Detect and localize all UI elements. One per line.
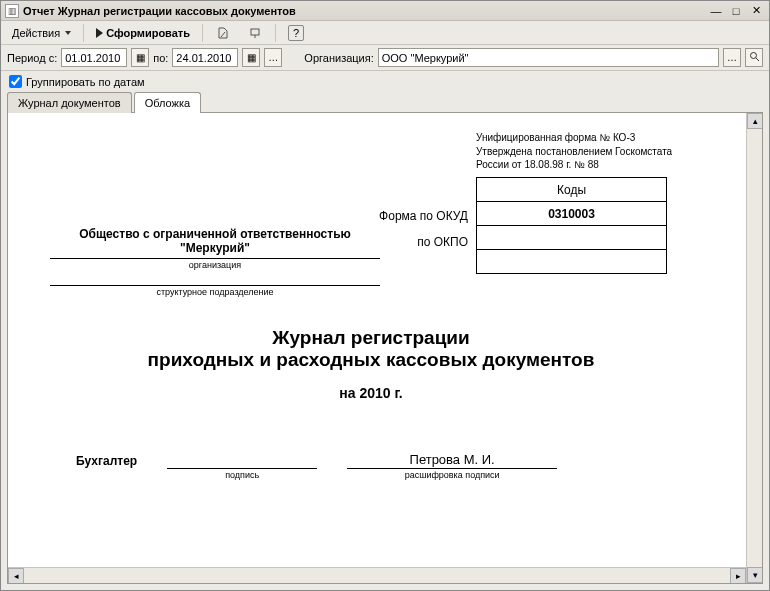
- tab-cover[interactable]: Обложка: [134, 92, 201, 113]
- tab-label: Журнал документов: [18, 97, 121, 109]
- accountant-label: Бухгалтер: [76, 454, 137, 480]
- calendar-icon: ▦: [247, 52, 256, 63]
- scrollbar-track[interactable]: [747, 129, 762, 567]
- settings-icon: [215, 25, 231, 41]
- help-icon: ?: [288, 25, 304, 41]
- generate-label: Сформировать: [106, 27, 190, 39]
- group-by-dates-label: Группировать по датам: [26, 76, 145, 88]
- decode-value: Петрова М. И.: [347, 452, 557, 468]
- window-icon: ▥: [5, 4, 19, 18]
- calendar-icon: ▦: [136, 52, 145, 63]
- organization-block: Общество с ограниченной ответственностью…: [50, 227, 380, 297]
- title-line: Журнал регистрации: [26, 327, 716, 349]
- toolbar-separator: [275, 24, 276, 42]
- toolbar-separator: [83, 24, 84, 42]
- vertical-scrollbar[interactable]: ▴ ▾: [746, 113, 762, 583]
- window-title: Отчет Журнал регистрации кассовых докуме…: [23, 5, 705, 17]
- tabs-row: Журнал документов Обложка: [1, 92, 769, 113]
- form-note-line: Унифицированная форма № КО-3: [476, 131, 672, 145]
- scroll-left-button[interactable]: ◂: [8, 568, 24, 584]
- organization-label: Организация:: [304, 52, 373, 64]
- actions-menu-button[interactable]: Действия: [5, 23, 78, 43]
- options-row: Группировать по датам: [1, 71, 769, 90]
- org-name-line: "Меркурий": [50, 241, 380, 255]
- codes-header: Коды: [477, 178, 667, 202]
- filter-row: Период с: ▦ по: ▦ … Организация: …: [1, 45, 769, 71]
- toolbar: Действия Сформировать ?: [1, 21, 769, 45]
- date-to-input[interactable]: [172, 48, 238, 67]
- decode-caption: расшифровка подписи: [347, 470, 557, 480]
- group-by-dates-checkbox[interactable]: [9, 75, 22, 88]
- period-picker-button[interactable]: …: [264, 48, 282, 67]
- tab-journal[interactable]: Журнал документов: [7, 92, 132, 113]
- signature-row: Бухгалтер подпись Петрова М. И. расшифро…: [76, 452, 557, 480]
- subdivision-caption: структурное подразделение: [50, 287, 380, 297]
- horizontal-scrollbar[interactable]: ◂ ▸: [8, 567, 746, 583]
- titlebar: ▥ Отчет Журнал регистрации кассовых доку…: [1, 1, 769, 21]
- pin-icon: [247, 25, 263, 41]
- content-area: Унифицированная форма № КО-3 Утверждена …: [7, 113, 763, 584]
- scroll-down-button[interactable]: ▾: [747, 567, 763, 583]
- organization-picker-button[interactable]: …: [723, 48, 741, 67]
- extra-code-value: [477, 250, 667, 274]
- svg-rect-0: [251, 29, 259, 35]
- signature-line: [167, 468, 317, 469]
- document-viewport[interactable]: Унифицированная форма № КО-3 Утверждена …: [8, 113, 746, 567]
- okpo-value: [477, 226, 667, 250]
- org-name-line: Общество с ограниченной ответственностью: [50, 227, 380, 241]
- help-button[interactable]: ?: [281, 23, 311, 43]
- scroll-right-button[interactable]: ▸: [730, 568, 746, 584]
- close-button[interactable]: ✕: [747, 3, 765, 19]
- toolbar-separator: [202, 24, 203, 42]
- settings-button[interactable]: [208, 23, 238, 43]
- generate-button[interactable]: Сформировать: [89, 23, 197, 43]
- chevron-down-icon: [65, 31, 71, 35]
- period-to-label: по:: [153, 52, 168, 64]
- okud-label: Форма по ОКУД: [326, 203, 468, 229]
- form-note-line: Утверждена постановлением Госкомстата: [476, 145, 672, 159]
- organization-lookup-button[interactable]: [745, 48, 763, 67]
- search-icon: [749, 51, 760, 64]
- minimize-button[interactable]: —: [707, 3, 725, 19]
- document-title: Журнал регистрации приходных и расходных…: [26, 327, 716, 401]
- signature-slot: подпись: [167, 452, 317, 480]
- codes-table: Коды 0310003: [476, 177, 667, 274]
- report-window: ▥ Отчет Журнал регистрации кассовых доку…: [0, 0, 770, 591]
- org-caption: организация: [50, 260, 380, 270]
- underline: [50, 284, 380, 286]
- form-note: Унифицированная форма № КО-3 Утверждена …: [476, 131, 672, 172]
- play-icon: [96, 28, 103, 38]
- params-button[interactable]: [240, 23, 270, 43]
- actions-label: Действия: [12, 27, 60, 39]
- cover-document: Унифицированная форма № КО-3 Утверждена …: [26, 127, 716, 557]
- scrollbar-track[interactable]: [24, 568, 730, 583]
- organization-input[interactable]: [378, 48, 719, 67]
- maximize-button[interactable]: □: [727, 3, 745, 19]
- ellipsis-icon: …: [268, 52, 278, 63]
- title-year: на 2010 г.: [26, 385, 716, 401]
- tab-label: Обложка: [145, 97, 190, 109]
- date-from-input[interactable]: [61, 48, 127, 67]
- period-from-label: Период с:: [7, 52, 57, 64]
- decode-slot: Петрова М. И. расшифровка подписи: [347, 452, 557, 480]
- svg-point-1: [750, 53, 756, 59]
- okud-value: 0310003: [477, 202, 667, 226]
- form-note-line: России от 18.08.98 г. № 88: [476, 158, 672, 172]
- decode-line: [347, 468, 557, 469]
- underline: [50, 257, 380, 259]
- title-line: приходных и расходных кассовых документо…: [26, 349, 716, 371]
- signature-value: [167, 452, 317, 468]
- scroll-up-button[interactable]: ▴: [747, 113, 763, 129]
- date-to-calendar-button[interactable]: ▦: [242, 48, 260, 67]
- signature-caption: подпись: [167, 470, 317, 480]
- ellipsis-icon: …: [727, 52, 737, 63]
- date-from-calendar-button[interactable]: ▦: [131, 48, 149, 67]
